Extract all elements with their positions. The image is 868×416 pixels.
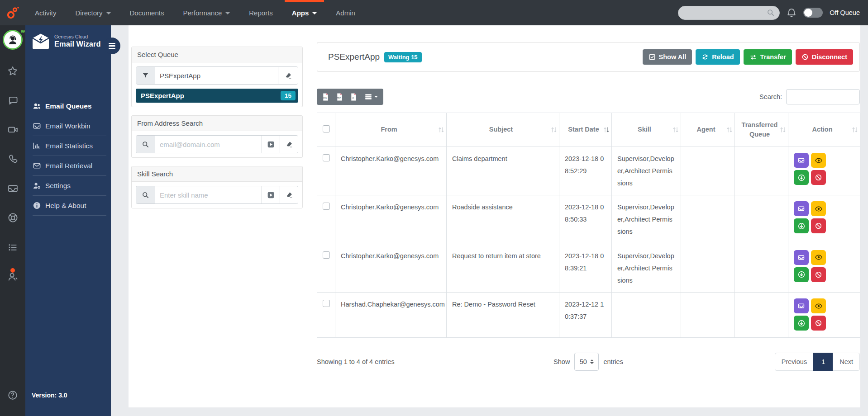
favorites-star-icon[interactable] <box>7 56 18 85</box>
export-button-group: CSV PDF X <box>317 89 383 105</box>
app-logo: Genesys Cloud Email Wizard <box>25 25 111 49</box>
row-checkbox[interactable] <box>323 154 330 161</box>
run-search-icon <box>267 191 275 199</box>
pull-email-button[interactable] <box>794 267 809 282</box>
column-header-start-date[interactable]: Start Date <box>559 113 612 147</box>
queue-filter-input[interactable] <box>155 67 278 84</box>
life-ring-icon[interactable] <box>7 203 19 232</box>
nav-item-directory[interactable]: Directory <box>66 0 120 25</box>
sidebar-item-email-queues[interactable]: Email Queues <box>25 96 111 116</box>
move-to-workbin-button[interactable] <box>794 201 809 216</box>
top-navbar: Activity Directory Documents Performance… <box>0 0 868 25</box>
from-address-search-button[interactable] <box>262 136 280 153</box>
video-icon[interactable] <box>7 115 19 144</box>
view-email-button[interactable] <box>811 250 826 265</box>
circle-down-icon <box>797 270 806 279</box>
genesys-logo[interactable] <box>0 0 25 25</box>
cell-agent <box>681 244 735 292</box>
skill-clear-button[interactable] <box>280 186 298 203</box>
transfer-button[interactable]: Transfer <box>744 49 792 65</box>
nav-item-performance[interactable]: Performance <box>173 0 239 25</box>
divider <box>33 215 106 216</box>
nav-item-documents[interactable]: Documents <box>120 0 174 25</box>
inbox-tray-icon[interactable] <box>7 174 19 203</box>
notifications-bell-icon[interactable] <box>787 8 796 18</box>
global-search <box>678 6 780 20</box>
global-search-input[interactable] <box>685 9 767 16</box>
sidebar-item-email-retrieval[interactable]: Email Retrieval <box>25 156 111 175</box>
select-all-checkbox[interactable] <box>323 125 330 132</box>
export-excel-button[interactable]: X <box>347 89 361 105</box>
ban-icon <box>815 174 822 181</box>
table-row: Harshad.Chaphekar@genesys.com Re: Demo -… <box>317 293 860 338</box>
queue-title: PSExpertApp <box>328 52 380 62</box>
column-header-from[interactable]: From <box>335 113 447 147</box>
eye-icon <box>815 302 823 310</box>
nav-item-admin[interactable]: Admin <box>326 0 365 25</box>
phone-icon[interactable] <box>7 144 18 174</box>
cell-subject: Claims department <box>447 147 559 195</box>
sidebar-item-help-about[interactable]: Help & About <box>25 196 111 215</box>
skill-search-button[interactable] <box>262 186 280 203</box>
transfer-arrows-icon <box>749 53 757 61</box>
view-email-button[interactable] <box>811 153 826 168</box>
circle-down-icon <box>797 222 806 230</box>
skill-search-input[interactable] <box>155 186 262 203</box>
row-checkbox[interactable] <box>323 251 330 259</box>
column-header-subject[interactable]: Subject <box>447 113 559 147</box>
table-search-input[interactable] <box>786 89 860 104</box>
move-to-workbin-button[interactable] <box>794 298 809 313</box>
disconnect-email-button[interactable] <box>811 267 826 282</box>
contacts-icon[interactable] <box>7 262 19 291</box>
nav-item-activity[interactable]: Activity <box>25 0 66 25</box>
help-icon[interactable] <box>7 380 18 410</box>
pull-email-button[interactable] <box>794 218 809 233</box>
queue-list-icon[interactable] <box>7 232 18 262</box>
page-size-select[interactable]: 50 <box>574 353 599 371</box>
sidebar-collapse-button[interactable] <box>104 38 120 54</box>
pull-email-button[interactable] <box>794 170 809 185</box>
show-all-button[interactable]: Show All <box>643 49 692 65</box>
row-checkbox[interactable] <box>323 300 330 307</box>
move-to-workbin-button[interactable] <box>794 153 809 168</box>
off-queue-toggle[interactable] <box>803 8 823 18</box>
move-to-workbin-button[interactable] <box>794 250 809 265</box>
queue-item-label: PSExpertApp <box>141 92 184 99</box>
ban-icon <box>815 271 822 279</box>
disconnect-email-button[interactable] <box>811 218 826 233</box>
chat-icon[interactable] <box>7 85 18 115</box>
column-header-skill[interactable]: Skill <box>612 113 681 147</box>
pagination-next[interactable]: Next <box>833 353 860 371</box>
column-visibility-button[interactable] <box>361 89 382 105</box>
notification-dot <box>10 268 15 273</box>
disconnect-email-button[interactable] <box>811 170 826 185</box>
sidebar-item-settings[interactable]: Settings <box>25 176 111 195</box>
from-address-clear-button[interactable] <box>280 136 298 153</box>
reload-button[interactable]: Reload <box>696 49 739 65</box>
pull-email-button[interactable] <box>794 316 809 331</box>
disconnect-button[interactable]: Disconnect <box>796 49 853 65</box>
view-email-button[interactable] <box>811 201 826 216</box>
column-header-action[interactable]: Action <box>788 113 860 147</box>
workbin-icon <box>797 156 805 164</box>
user-avatar[interactable]: 99 <box>3 30 23 50</box>
nav-item-apps[interactable]: Apps <box>282 0 327 25</box>
view-email-button[interactable] <box>811 298 826 313</box>
column-header-transferred-queue[interactable]: Transferred Queue <box>735 113 788 147</box>
workbin-icon <box>33 122 41 130</box>
clear-queue-filter-button[interactable] <box>278 67 298 84</box>
pagination-previous[interactable]: Previous <box>775 353 814 371</box>
from-address-input[interactable] <box>155 136 262 153</box>
queue-list-item-psexpertapp[interactable]: PSExpertApp 15 <box>136 89 298 103</box>
disconnect-email-button[interactable] <box>811 316 826 331</box>
sidebar-item-email-workbin[interactable]: Email Workbin <box>25 116 111 136</box>
pagination-page-1[interactable]: 1 <box>813 353 833 371</box>
export-csv-button[interactable]: CSV <box>319 89 333 105</box>
brand-bottom-label: Email Wizard <box>54 40 101 48</box>
column-header-agent[interactable]: Agent <box>681 113 735 147</box>
nav-item-reports[interactable]: Reports <box>239 0 282 25</box>
row-checkbox[interactable] <box>323 203 330 210</box>
pagination: Previous 1 Next <box>775 353 860 371</box>
sidebar-item-email-statistics[interactable]: Email Statistics <box>25 136 111 156</box>
export-pdf-button[interactable]: PDF <box>333 89 347 105</box>
